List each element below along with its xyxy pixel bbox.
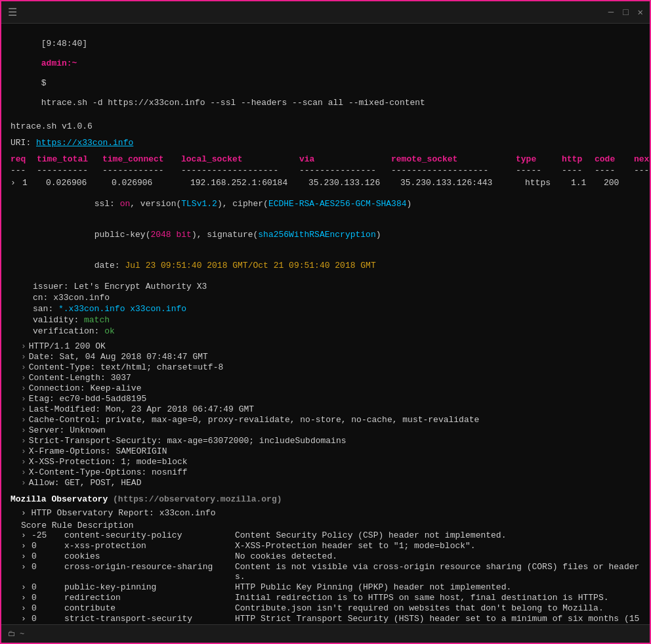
- ssl-detail-4: issuer: Let's Encrypt Authority X3: [22, 282, 650, 291]
- row-type: https: [525, 178, 571, 188]
- obs-row-arrow: ›: [21, 603, 32, 613]
- row-req: 1: [22, 178, 46, 188]
- row-values: 1 0.026906 0.026906 192.168.252.1:60184 …: [22, 178, 650, 188]
- titlebar: ☰ ─ □ ✕: [1, 1, 650, 24]
- obs-row-rule: redirection: [64, 593, 235, 603]
- http-header-item: ›X-XSS-Protection: 1; mode=block: [21, 457, 640, 467]
- obs-row-score: -25: [32, 530, 64, 540]
- obs-row-score: 0: [32, 541, 64, 551]
- obs-row-arrow: ›: [21, 541, 32, 551]
- http-header-item: ›Last-Modified: Mon, 23 Apr 2018 06:47:4…: [21, 404, 640, 414]
- th-nexthop: next_hop: [634, 154, 650, 164]
- obs-row-desc: Contribute.json isn't required on websit…: [235, 603, 640, 613]
- ssl-detail-8: verification: ok: [22, 326, 650, 336]
- row-http: 1.1: [571, 178, 604, 188]
- obs-row-score: 0: [32, 582, 64, 592]
- ssl-detail-7: validity: match: [22, 315, 650, 325]
- row-local-socket: 192.168.252.1:60184: [190, 178, 308, 188]
- obs-row-arrow: ›: [21, 562, 32, 582]
- terminal-window: ☰ ─ □ ✕ [9:48:40] admin:~ $ htrace.sh -d…: [0, 0, 651, 644]
- ssl-detail-3: date: Jul 23 09:51:40 2018 GMT/Oct 21 09…: [22, 251, 650, 280]
- obs-row-item: ›0public-key-pinningHTTP Public Key Pinn…: [21, 582, 640, 592]
- http-header-item: ›Server: Unknown: [21, 425, 640, 435]
- titlebar-left: ☰: [8, 6, 17, 19]
- obs-row-rule: cookies: [64, 551, 235, 561]
- folder-icon: 🗀: [8, 629, 16, 639]
- http-header-item: ›Allow: GET, POST, HEAD: [21, 478, 640, 488]
- http-header-item: ›Etag: ec70-bdd-5add8195: [21, 394, 640, 404]
- obs-row-arrow: ›: [21, 614, 32, 624]
- http-header-item: ›HTTP/1.1 200 OK: [21, 341, 640, 351]
- obs-row-item: ›0redirectionInitial redirection is to H…: [21, 593, 640, 603]
- obs-row-desc: Content Security Policy (CSP) header not…: [235, 530, 640, 540]
- prompt-dollar: $: [41, 78, 47, 88]
- obs-row-item: ›-25content-security-policyContent Secur…: [21, 530, 640, 540]
- table-data-section: › 1 0.026906 0.026906 192.168.252.1:6018…: [10, 178, 640, 337]
- obs-row-rule: contribute: [64, 603, 235, 613]
- close-button[interactable]: ✕: [638, 7, 643, 18]
- th-req: req: [10, 154, 37, 164]
- ssl-detail-2: public-key(2048 bit), signature(sha256Wi…: [22, 220, 650, 249]
- http-header-item: ›X-Frame-Options: SAMEORIGIN: [21, 446, 640, 456]
- th-time-total: time_total: [37, 154, 102, 164]
- row-arrow: ›: [10, 178, 20, 188]
- obs-row-score: 0: [32, 614, 64, 624]
- obs-row-arrow: ›: [21, 551, 32, 561]
- mozilla-section: Mozilla Observatory (https://observatory…: [10, 494, 640, 624]
- row-via: 35.230.133.126: [308, 178, 400, 188]
- row-remote-socket: 35.230.133.126:443: [400, 178, 525, 188]
- terminal-body[interactable]: [9:48:40] admin:~ $ htrace.sh -d https:/…: [1, 24, 650, 624]
- table-header: req time_total time_connect local_socket…: [10, 154, 640, 164]
- obs-row-score: 0: [32, 551, 64, 561]
- http-header-item: ›X-Content-Type-Options: nosniff: [21, 467, 640, 477]
- table-sep: --- ---------- ------------ ------------…: [10, 165, 640, 175]
- prompt-time: [9:48:40]: [41, 39, 87, 49]
- http-header-item: ›Date: Sat, 04 Aug 2018 07:48:47 GMT: [21, 352, 640, 362]
- menu-icon[interactable]: ☰: [8, 6, 17, 19]
- maximize-button[interactable]: □: [623, 7, 628, 18]
- ssl-detail-5: cn: x33con.info: [22, 293, 650, 303]
- http-headers-section: ›HTTP/1.1 200 OK›Date: Sat, 04 Aug 2018 …: [10, 341, 640, 488]
- obs-row-arrow: ›: [21, 582, 32, 592]
- obs-row-item: ›0contributeContribute.json isn't requir…: [21, 603, 640, 613]
- obs-rows: ›-25content-security-policyContent Secur…: [10, 530, 640, 624]
- obs-row-item: ›0x-xss-protectionX-XSS-Protection heade…: [21, 541, 640, 551]
- obs-row-desc: HTTP Public Key Pinning (HPKP) header no…: [235, 582, 640, 592]
- obs-row-rule: content-security-policy: [64, 530, 235, 540]
- http-header-item: ›Content-Length: 3037: [21, 373, 640, 383]
- th-time-connect: time_connect: [102, 154, 181, 164]
- obs-row-desc: HTTP Strict Transport Security (HSTS) he…: [235, 614, 640, 624]
- prompt-command: htrace.sh -d https://x33con.info --ssl -…: [41, 98, 425, 108]
- obs-row-rule: public-key-pinning: [64, 582, 235, 592]
- table-row: › 1 0.026906 0.026906 192.168.252.1:6018…: [10, 178, 640, 337]
- obs-row-desc: X-XSS-Protection header set to "1; mode=…: [235, 541, 640, 551]
- bottom-path: ~: [20, 630, 24, 639]
- row-time-connect: 0.026906: [112, 178, 190, 188]
- obs-col-headers: Score Rule Description: [21, 521, 640, 530]
- prompt-user: admin:~: [41, 58, 77, 68]
- th-type: type: [516, 154, 562, 164]
- obs-row-score: 0: [32, 562, 64, 582]
- obs-row-score: 0: [32, 603, 64, 613]
- http-header-item: ›Content-Type: text/html; charset=utf-8: [21, 362, 640, 372]
- mozilla-report-header: › HTTP Observatory Report: x33con.info: [21, 508, 640, 518]
- bottom-bar: 🗀 ~: [1, 624, 650, 643]
- obs-row-desc: Initial redirection is to HTTPS on same …: [235, 593, 640, 603]
- th-local-socket: local_socket: [181, 154, 299, 164]
- th-http: http: [562, 154, 595, 164]
- th-code: code: [595, 154, 634, 164]
- uri-url[interactable]: https://x33con.info: [36, 138, 133, 148]
- http-header-item: ›Cache-Control: private, max-age=0, prox…: [21, 415, 640, 425]
- th-via: via: [299, 154, 391, 164]
- obs-row-score: 0: [32, 593, 64, 603]
- obs-row-rule: x-xss-protection: [64, 541, 235, 551]
- htrace-version: htrace.sh v1.0.6: [10, 121, 640, 131]
- obs-row-rule: strict-transport-security: [64, 614, 235, 624]
- obs-row-item: ›0cross-origin-resource-sharingContent i…: [21, 562, 640, 582]
- mozilla-url: (https://observatory.mozilla.org): [113, 494, 282, 504]
- row-nexthop: [643, 178, 650, 188]
- http-header-item: ›Connection: Keep-alive: [21, 383, 640, 393]
- mozilla-title: Mozilla Observatory (https://observatory…: [10, 494, 640, 504]
- minimize-button[interactable]: ─: [608, 7, 614, 18]
- prompt-line: [9:48:40] admin:~ $ htrace.sh -d https:/…: [10, 29, 640, 118]
